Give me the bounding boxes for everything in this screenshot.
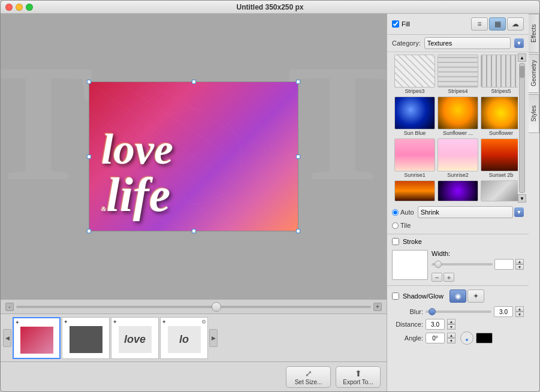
texture-item-stripes5[interactable]: Stripes5 — [481, 55, 518, 94]
traffic-lights — [5, 4, 33, 11]
blur-value: 3.0 — [494, 306, 513, 317]
zoom-slider-track[interactable] — [16, 306, 371, 308]
thumbnail-strip: ◀ ✦ ✦ ✦ love ✦ ⚙ lo ▶ — [1, 313, 387, 361]
texture-item-stripes4[interactable]: Stripes4 — [438, 55, 478, 94]
texture-item-sunblue[interactable]: Sun Blue — [394, 97, 435, 136]
scroll-down-btn[interactable]: ▼ — [518, 194, 526, 203]
zoom-plus-button[interactable]: + — [373, 303, 382, 311]
angle-down[interactable]: ▼ — [447, 338, 455, 343]
window-title: Untitled 350x250 px — [1, 3, 539, 11]
fill-header: Fill ≡ ▦ ☁ — [387, 14, 529, 35]
fill-icon-lines[interactable]: ≡ — [471, 17, 488, 31]
scroll-thumb[interactable] — [520, 66, 524, 78]
thumbnail-item-3[interactable]: ✦ ⚙ lo — [160, 317, 208, 359]
auto-label: Auto — [400, 209, 414, 216]
texture-item-sunflower2[interactable]: Sunflower — [481, 97, 518, 136]
stroke-width-slider[interactable] — [432, 263, 493, 266]
distance-down[interactable]: ▼ — [447, 324, 455, 330]
handle-top-left[interactable] — [87, 80, 91, 84]
texture-grid: Stripes3 Stripes4 Stripes5 — [390, 52, 518, 204]
minimize-button[interactable] — [16, 4, 23, 11]
export-to-button[interactable]: ⬆ Export To... — [336, 366, 381, 388]
texture-item-stripes3[interactable]: Stripes3 — [394, 55, 435, 94]
shadow-icons: ◉ ✦ — [450, 290, 484, 303]
handle-bot-mid[interactable] — [192, 229, 196, 233]
stroke-width-down[interactable]: ▼ — [515, 264, 524, 270]
thumbnail-item-0[interactable]: ✦ — [13, 317, 61, 359]
scroll-up-btn[interactable]: ▲ — [518, 53, 526, 62]
maximize-button[interactable] — [26, 4, 33, 11]
zoom-slider-bar: - + — [1, 299, 387, 313]
angle-up[interactable]: ▲ — [447, 333, 455, 338]
angle-stepper[interactable]: ▲ ▼ — [447, 333, 455, 343]
stroke-color-box[interactable] — [392, 250, 428, 280]
close-button[interactable] — [5, 4, 13, 11]
set-size-button[interactable]: ⤢ Set Size... — [286, 366, 331, 388]
stroke-width-stepper[interactable]: ▲ ▼ — [515, 259, 524, 270]
stroke-width-up[interactable]: ▲ — [515, 259, 524, 264]
texture-item-sunrise1[interactable]: Sunrise1 — [394, 138, 435, 178]
fill-icon-cloud[interactable]: ☁ — [507, 17, 524, 31]
shadow-icon-circle[interactable]: ◉ — [450, 290, 466, 303]
canvas-text-ampersand: & — [101, 205, 107, 212]
mode-arrow[interactable]: ▼ — [514, 207, 524, 217]
fill-checkbox-group: Fill — [392, 20, 410, 28]
zoom-minus-button[interactable]: - — [5, 303, 14, 311]
handle-bot-left[interactable] — [87, 229, 91, 233]
zoom-slider-thumb[interactable] — [212, 302, 221, 312]
texture-item-row3b[interactable] — [438, 180, 478, 201]
handle-mid-left[interactable] — [87, 155, 91, 159]
category-arrow[interactable]: ▼ — [514, 38, 524, 48]
angle-dial[interactable] — [460, 331, 473, 345]
texture-name-stripes4: Stripes4 — [448, 88, 467, 94]
texture-thumb-sunflower2 — [481, 97, 518, 129]
distance-stepper[interactable]: ▲ ▼ — [447, 319, 455, 330]
shadow-checkbox[interactable] — [392, 293, 399, 300]
handle-top-mid[interactable] — [192, 80, 196, 84]
blur-down[interactable]: ▼ — [515, 312, 524, 317]
stroke-add-btn[interactable]: + — [444, 273, 454, 282]
angle-dial-dot — [466, 339, 468, 341]
blur-slider[interactable] — [426, 310, 491, 313]
canvas-frame[interactable]: love &life — [89, 82, 298, 231]
tab-effects[interactable]: Effects — [529, 14, 539, 53]
fill-icon-grid[interactable]: ▦ — [489, 17, 506, 31]
category-select[interactable]: Textures — [424, 37, 511, 49]
shadow-body: Blur: 3.0 ▲ ▼ Distance: 3.0 — [387, 305, 529, 347]
handle-top-right[interactable] — [296, 80, 300, 84]
mode-select[interactable]: Shrink — [418, 206, 513, 218]
blur-stepper[interactable]: ▲ ▼ — [515, 306, 524, 317]
tile-radio[interactable] — [392, 222, 399, 229]
stroke-width-thumb[interactable] — [435, 261, 442, 268]
shadow-icon-sun[interactable]: ✦ — [467, 290, 484, 303]
distance-up[interactable]: ▲ — [447, 319, 455, 324]
canvas-container[interactable]: T T — [1, 14, 387, 299]
handle-mid-right[interactable] — [296, 155, 300, 159]
texture-name-sunrise2: Sunrise2 — [447, 172, 469, 178]
strip-nav-next[interactable]: ▶ — [209, 329, 218, 347]
auto-radio[interactable] — [392, 209, 399, 216]
texture-item-row3c[interactable] — [481, 180, 518, 201]
thumbnail-item-1[interactable]: ✦ — [62, 317, 110, 359]
fill-checkbox[interactable] — [392, 20, 399, 28]
strip-nav-prev[interactable]: ◀ — [3, 329, 11, 347]
tile-radio-label: Tile — [392, 222, 411, 229]
fill-label: Fill — [402, 20, 410, 28]
texture-item-sunflower1[interactable]: Sunflower ... — [438, 97, 478, 136]
tab-styles[interactable]: Styles — [529, 94, 539, 133]
tab-geometry[interactable]: Geometry — [529, 54, 539, 93]
texture-thumb-stripes3 — [394, 55, 435, 88]
tile-label: Tile — [400, 222, 411, 229]
texture-item-row3a[interactable] — [394, 180, 435, 201]
texture-item-sunset2b[interactable]: Sunset 2b — [481, 138, 518, 178]
texture-thumb-row3b — [438, 180, 478, 201]
thumb-settings-3[interactable]: ⚙ — [201, 319, 206, 325]
blur-up[interactable]: ▲ — [515, 306, 524, 312]
color-swatch[interactable] — [476, 333, 493, 343]
stroke-remove-btn[interactable]: − — [432, 273, 442, 282]
thumbnail-item-2[interactable]: ✦ love — [111, 317, 159, 359]
blur-thumb[interactable] — [429, 308, 436, 315]
texture-item-sunrise2[interactable]: Sunrise2 — [438, 138, 478, 178]
handle-bot-right[interactable] — [296, 229, 300, 233]
stroke-checkbox[interactable] — [392, 238, 399, 245]
